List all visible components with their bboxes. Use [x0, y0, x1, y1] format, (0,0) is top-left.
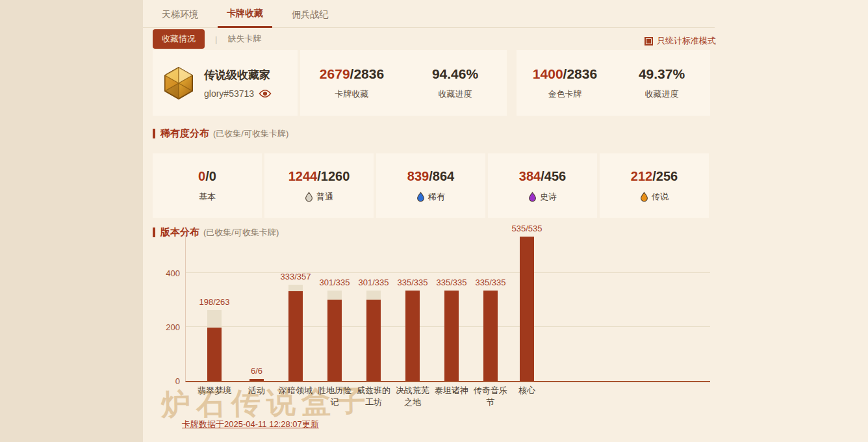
data-update-link[interactable]: 卡牌数据于2025-04-11 12:28:07更新 [182, 419, 319, 430]
stat-card-collection: 2679/2836 卡牌收藏 [300, 50, 403, 116]
bar-value-label: 535/535 [498, 224, 556, 233]
collected-count: 2679 [320, 66, 350, 81]
rarity-label: 史诗 [540, 191, 557, 203]
rarity-section-header: 稀有度分布 (已收集/可收集卡牌) [153, 127, 288, 140]
tab-ladder-environment[interactable]: 天梯环境 [153, 9, 207, 27]
category-label: 传奇音乐节 [471, 385, 510, 408]
rarity-card-basic: 0/0 基本 [153, 153, 262, 218]
checkbox-checked-icon[interactable] [645, 37, 653, 46]
rarity-total: 0 [209, 169, 216, 183]
golden-total-count: 2836 [567, 66, 597, 81]
card-collection-panel: 天梯环境 卡牌收藏 佣兵战纪 ✕ 收藏情况 | 缺失卡牌 只统计标准模式 [143, 0, 868, 442]
rarity-label: 基本 [199, 191, 216, 203]
subtab-collection-status[interactable]: 收藏情况 [153, 29, 205, 49]
subtab-divider: | [215, 34, 217, 44]
collector-badge-icon [162, 66, 196, 100]
category-label: 深暗领域 [276, 385, 315, 396]
category-label: 翡翠梦境 [195, 385, 234, 396]
y-axis-tick-label: 200 [166, 322, 180, 332]
rarity-collected: 212 [631, 169, 652, 183]
version-distribution-chart: 0200400198/263翡翠梦境6/6活动333/357深暗领域301/33… [185, 235, 710, 382]
battletag: glory#53713 [204, 88, 254, 99]
tab-card-collection[interactable]: 卡牌收藏 [218, 8, 272, 28]
bar-collected [520, 237, 534, 381]
bar-collected [483, 291, 498, 381]
golden-cards-stats-card: 1400/2836 金色卡牌 49.37% 收藏进度 [517, 50, 710, 116]
bar-value-label: 335/335 [461, 278, 520, 287]
rarity-total: 456 [544, 169, 566, 183]
category-label: 活动 [237, 385, 276, 396]
bar-collected [405, 291, 420, 381]
standard-mode-checkbox[interactable]: 只统计标准模式 [645, 35, 716, 47]
bar-collected [327, 300, 342, 381]
bar-collected [366, 300, 381, 381]
category-label: 胜地历险记 [315, 385, 354, 408]
subtab-missing-cards[interactable]: 缺失卡牌 [227, 33, 261, 45]
epic-gem-icon [528, 192, 537, 202]
stat-label: 收藏进度 [645, 88, 679, 100]
card-collection-stats-card: 2679/2836 卡牌收藏 94.46% 收藏进度 [300, 50, 507, 116]
rarity-card-common: 1244/1260 普通 [264, 153, 374, 218]
rarity-collected: 384 [519, 169, 541, 183]
stat-collection-progress: 94.46% 收藏进度 [403, 50, 507, 116]
golden-progress-percent: 49.37% [639, 66, 685, 82]
rarity-collected: 0 [198, 169, 205, 183]
rarity-cards-row: 0/0 基本 1244/1260 普通 839/864 稀有 [153, 153, 709, 218]
summary-stats-row: 传说级收藏家 glory#53713 2679/2836 卡牌收藏 94.46% [153, 50, 710, 116]
category-label: 决战荒芜之地 [393, 385, 432, 408]
progress-percent: 94.46% [432, 66, 478, 82]
rarity-label: 稀有 [428, 191, 445, 203]
eye-icon[interactable] [259, 89, 272, 98]
grid-line [186, 272, 710, 273]
standard-mode-label: 只统计标准模式 [657, 35, 716, 47]
common-gem-icon [305, 192, 313, 202]
rarity-label: 普通 [316, 191, 333, 203]
bar-value-label: 6/6 [227, 366, 286, 376]
rarity-total: 1260 [321, 169, 350, 183]
rarity-card-epic: 384/456 史诗 [488, 153, 597, 218]
stat-label: 收藏进度 [439, 88, 472, 100]
bar-collected [207, 328, 222, 381]
sub-tab-bar: 收藏情况 | 缺失卡牌 [153, 29, 261, 49]
rarity-total: 864 [433, 169, 454, 183]
rare-gem-icon [416, 192, 425, 202]
collector-profile-card: 传说级收藏家 glory#53713 [153, 50, 298, 116]
legendary-gem-icon [640, 192, 648, 202]
stat-label: 卡牌收藏 [335, 88, 369, 100]
rarity-collected: 1244 [288, 169, 318, 183]
rarity-label: 传说 [652, 191, 669, 203]
section-accent-bar [153, 228, 155, 237]
category-label: 泰坦诸神 [432, 385, 471, 396]
stat-golden-progress: 49.37% 收藏进度 [613, 50, 710, 116]
rarity-total: 256 [656, 169, 678, 183]
bar-collected [288, 291, 303, 381]
rarity-collected: 839 [407, 169, 429, 183]
bar-collected [444, 291, 459, 381]
stat-label: 金色卡牌 [548, 88, 582, 100]
y-axis-tick-label: 0 [175, 376, 180, 386]
bar-collected [249, 379, 264, 381]
collector-rank-title: 传说级收藏家 [204, 68, 272, 83]
category-label: 威兹班的工坊 [354, 385, 393, 408]
stat-golden-cards: 1400/2836 金色卡牌 [517, 50, 613, 116]
golden-collected-count: 1400 [533, 66, 563, 81]
rarity-section-subtitle: (已收集/可收集卡牌) [213, 128, 288, 140]
y-axis-tick-label: 400 [166, 268, 180, 278]
bar-value-label: 198/263 [185, 297, 244, 307]
rarity-card-legendary: 212/256 传说 [600, 153, 709, 218]
top-tab-bar: 天梯环境 卡牌收藏 佣兵战纪 [143, 0, 715, 28]
total-count: 2836 [353, 66, 384, 81]
tab-mercenaries[interactable]: 佣兵战纪 [283, 9, 337, 27]
rarity-card-rare: 839/864 稀有 [376, 153, 485, 218]
category-label: 核心 [507, 385, 546, 396]
rarity-section-title: 稀有度分布 [160, 127, 209, 140]
section-accent-bar [153, 129, 155, 138]
